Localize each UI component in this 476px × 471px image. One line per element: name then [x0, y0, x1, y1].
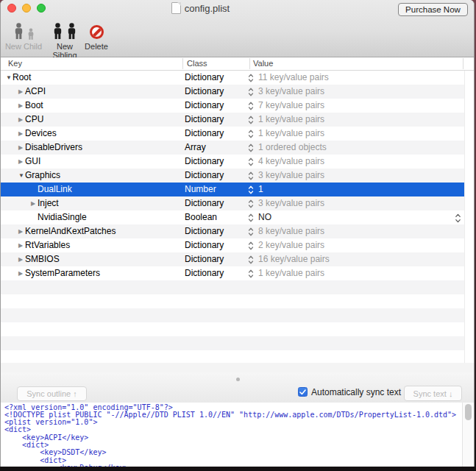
value-stepper-icon[interactable]: [248, 157, 254, 166]
xml-source-view[interactable]: <?xml version="1.0" encoding="UTF-8"?><!…: [1, 403, 474, 467]
value-stepper-icon[interactable]: [248, 199, 254, 208]
table-row[interactable]: ▶ RtVariables Dictionary 2 key/value pai…: [1, 238, 464, 252]
row-value[interactable]: 7 key/value pairs: [258, 99, 324, 113]
row-value[interactable]: 16 key/value pairs: [258, 252, 330, 266]
disclosure-triangle-icon[interactable]: ▶: [18, 127, 23, 141]
window-title: config.plist: [185, 3, 230, 14]
row-class-popup[interactable]: Boolean: [185, 210, 217, 224]
value-stepper-icon[interactable]: [248, 227, 254, 236]
row-class-popup[interactable]: Dictionary: [185, 266, 224, 280]
xml-scrollbar[interactable]: [462, 403, 474, 467]
row-class-popup[interactable]: Dictionary: [185, 224, 224, 238]
purchase-now-button[interactable]: Purchase Now: [398, 3, 468, 16]
row-class-popup[interactable]: Dictionary: [185, 252, 224, 266]
row-class-popup[interactable]: Dictionary: [185, 127, 224, 141]
row-class-popup[interactable]: Dictionary: [185, 155, 224, 169]
table-row[interactable]: ▶ CPU Dictionary 1 key/value pairs: [1, 113, 464, 127]
row-value[interactable]: 8 key/value pairs: [258, 224, 324, 238]
value-stepper-icon[interactable]: [248, 116, 254, 124]
disclosure-triangle-icon[interactable]: ▶: [18, 155, 23, 169]
value-stepper-icon[interactable]: [248, 74, 254, 82]
value-stepper-icon[interactable]: [248, 88, 254, 96]
row-value[interactable]: 1 key/value pairs: [258, 113, 324, 127]
table-row[interactable]: ▶ ACPI Dictionary 3 key/value pairs: [1, 85, 464, 99]
row-class-popup[interactable]: Number: [185, 183, 216, 196]
value-stepper-icon[interactable]: [248, 144, 254, 152]
table-row[interactable]: ▶ KernelAndKextPatches Dictionary 8 key/…: [1, 224, 464, 238]
table-header: Key Class Value: [1, 57, 474, 71]
row-value[interactable]: 1: [258, 183, 263, 196]
table-row[interactable]: ▶ Boot Dictionary 7 key/value pairs: [1, 99, 464, 113]
row-value[interactable]: 3 key/value pairs: [258, 169, 324, 183]
disclosure-triangle-icon[interactable]: ▶: [18, 85, 23, 99]
auto-sync-label: Automatically sync text: [311, 386, 401, 398]
xml-scrollbar-thumb[interactable]: [465, 404, 472, 420]
splitter-handle[interactable]: [236, 378, 240, 381]
auto-sync-checkbox[interactable]: [298, 387, 308, 397]
outline-rows: ▼ Root Dictionary 11 key/value pairs ▶ A…: [1, 71, 464, 363]
xml-lines: <?xml version="1.0" encoding="UTF-8"?><!…: [4, 404, 474, 467]
row-value[interactable]: 1 key/value pairs: [258, 127, 324, 141]
table-row[interactable]: ▼ Root Dictionary 11 key/value pairs: [1, 71, 464, 85]
column-header-class[interactable]: Class: [187, 57, 207, 70]
row-class-popup[interactable]: Dictionary: [185, 196, 224, 210]
row-value[interactable]: 11 key/value pairs: [258, 71, 329, 85]
row-value[interactable]: 1 key/value pairs: [258, 266, 324, 280]
delete-button[interactable]: Delete: [80, 20, 113, 51]
disclosure-triangle-icon[interactable]: ▶: [31, 196, 35, 210]
outline-scrollbar[interactable]: [464, 71, 475, 363]
xml-line: <plist version="1.0">: [4, 419, 474, 426]
table-row[interactable]: ▶ SystemParameters Dictionary 1 key/valu…: [1, 266, 464, 280]
row-class-popup[interactable]: Dictionary: [185, 99, 224, 113]
value-stepper-icon[interactable]: [248, 241, 254, 250]
disclosure-triangle-icon[interactable]: ▼: [6, 71, 12, 85]
xml-line: <key>DSDT</key>: [4, 449, 474, 456]
disclosure-triangle-icon[interactable]: ▶: [18, 266, 23, 280]
row-class-popup[interactable]: Dictionary: [185, 85, 224, 99]
row-class-popup[interactable]: Dictionary: [185, 71, 224, 85]
value-stepper-icon[interactable]: [248, 171, 254, 180]
value-stepper-icon[interactable]: [248, 255, 254, 264]
row-class-popup[interactable]: Dictionary: [185, 238, 224, 252]
row-value[interactable]: 3 key/value pairs: [258, 196, 324, 210]
row-class-popup[interactable]: Array: [185, 141, 206, 155]
disclosure-triangle-icon[interactable]: ▶: [18, 99, 23, 113]
value-stepper-icon[interactable]: [248, 185, 254, 194]
disclosure-triangle-icon[interactable]: ▶: [18, 252, 23, 266]
table-row[interactable]: ▼ Graphics Dictionary 3 key/value pairs: [1, 169, 464, 183]
sync-outline-button[interactable]: Sync outline ↑: [17, 386, 87, 401]
table-row[interactable]: ▶ GUI Dictionary 4 key/value pairs: [1, 155, 464, 169]
table-row[interactable]: ▶ Devices Dictionary 1 key/value pairs: [1, 127, 464, 141]
table-row[interactable]: ▶ SMBIOS Dictionary 16 key/value pairs: [1, 252, 464, 266]
row-class-popup[interactable]: Dictionary: [185, 113, 224, 127]
row-key: NvidiaSingle: [38, 210, 87, 224]
row-class-popup[interactable]: Dictionary: [185, 169, 224, 183]
value-stepper-icon[interactable]: [248, 269, 254, 278]
row-value[interactable]: 1 ordered objects: [258, 141, 327, 155]
column-separator: [249, 58, 250, 69]
disclosure-triangle-icon[interactable]: ▶: [18, 113, 23, 127]
value-stepper-icon[interactable]: [248, 130, 254, 138]
row-value[interactable]: 2 key/value pairs: [258, 238, 324, 252]
row-value[interactable]: 3 key/value pairs: [258, 85, 324, 99]
disclosure-triangle-icon[interactable]: ▶: [18, 141, 23, 155]
xml-line: <key>ACPI</key>: [4, 434, 474, 442]
disclosure-triangle-icon[interactable]: ▼: [18, 169, 24, 183]
row-key: KernelAndKextPatches: [25, 224, 116, 238]
value-stepper-icon[interactable]: [248, 213, 254, 222]
table-row[interactable]: NvidiaSingle Boolean NO: [1, 210, 464, 224]
column-header-key[interactable]: Key: [8, 57, 22, 70]
table-row[interactable]: DualLink Number 1: [1, 183, 464, 196]
column-separator: [182, 58, 183, 69]
sync-text-button[interactable]: Sync text ↓: [404, 386, 462, 401]
row-value[interactable]: 4 key/value pairs: [258, 155, 324, 169]
table-row[interactable]: ▶ DisableDrivers Array 1 ordered objects: [1, 141, 464, 155]
disclosure-triangle-icon[interactable]: ▶: [18, 224, 23, 238]
disclosure-triangle-icon[interactable]: ▶: [18, 238, 23, 252]
table-row[interactable]: ▶ Inject Dictionary 3 key/value pairs: [1, 196, 464, 210]
new-child-button[interactable]: New Child: [2, 20, 45, 51]
boolean-stepper-icon[interactable]: [455, 213, 461, 222]
row-value[interactable]: NO: [258, 210, 271, 224]
value-stepper-icon[interactable]: [248, 102, 254, 110]
column-header-value[interactable]: Value: [253, 57, 273, 70]
